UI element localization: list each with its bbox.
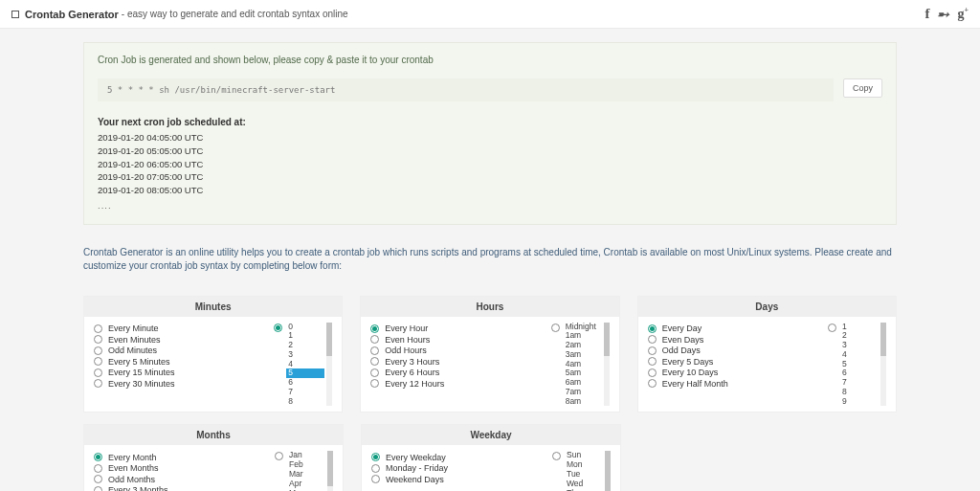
radio-label: Every Month [108,453,157,462]
radio-odd-minutes[interactable]: Odd Minutes [94,346,274,355]
result-message: Cron Job is generated and shown below, p… [98,55,882,65]
facebook-icon[interactable]: f [924,6,929,22]
top-bar: Crontab Generator - easy way to generate… [0,0,980,29]
months-scrollbar[interactable] [327,451,333,491]
months-title: Months [84,425,343,445]
radio-label: Every 12 Hours [385,379,444,389]
radio-odd-days[interactable]: Odd Days [648,346,828,355]
radio-label: Odd Hours [385,346,427,355]
hours-custom-radio[interactable] [551,324,560,332]
radio-label: Every Minute [108,324,159,333]
radio-label: Every Hour [385,324,428,333]
days-list-wrapper: 1 2 3 4 5 6 7 8 9 [840,323,886,407]
radio-label: Odd Months [108,475,155,484]
months-list-wrapper: Jan Feb Mar Apr May Jun [287,451,333,491]
minutes-title: Minutes [84,297,342,317]
months-card: Months Every Month Even Months Odd Month… [83,424,344,491]
radio-label: Every 10 Days [662,368,719,377]
radio-even-months[interactable]: Even Months [94,463,275,473]
twitter-icon[interactable]: ➸ [937,6,949,23]
minutes-list-wrapper: 0 1 2 3 4 5 6 7 8 [286,323,332,407]
radio-every-30-minutes[interactable]: Every 30 Minutes [94,379,274,389]
next-run-item: 2019-01-20 04:05:00 UTC [98,131,882,145]
radio-label: Even Hours [385,335,430,345]
hours-scrollbar[interactable] [604,323,610,407]
selector-row-2: Months Every Month Even Months Odd Month… [83,424,897,491]
radio-label: Every 3 Months [108,485,168,491]
radio-every-minute[interactable]: Every Minute [94,324,274,333]
hours-radio-group: Every Hour Even Hours Odd Hours Every 3 … [370,323,550,407]
radio-every-half-month[interactable]: Every Half Month [648,379,828,389]
minutes-scrollbar[interactable] [326,323,332,407]
radio-label: Every 30 Minutes [108,379,175,389]
radio-label: Every 5 Days [662,357,714,367]
weekday-card: Weekday Every Weekday Monday - Friday We… [361,424,621,491]
radio-every-day[interactable]: Every Day [648,324,828,333]
hours-title: Hours [361,297,618,317]
radio-even-hours[interactable]: Even Hours [370,335,550,345]
list-item[interactable]: 8am [564,397,602,407]
radio-label: Every 3 Hours [385,357,439,367]
list-item[interactable]: 8 [286,397,324,407]
selector-row-1: Minutes Every Minute Even Minutes Odd Mi… [83,296,897,413]
radio-label: Every Weekday [386,453,446,462]
radio-every-5-minutes[interactable]: Every 5 Minutes [94,357,274,367]
radio-label: Weekend Days [386,475,444,484]
page-content: Cron Job is generated and shown below, p… [83,42,897,491]
radio-every-12-hours[interactable]: Every 12 Hours [370,379,550,389]
radio-every-hour[interactable]: Every Hour [370,324,550,333]
hours-card: Hours Every Hour Even Hours Odd Hours Ev… [360,296,619,413]
radio-mon-fri[interactable]: Monday - Friday [371,463,552,473]
radio-label: Even Minutes [108,335,161,345]
radio-every-3-months[interactable]: Every 3 Months [94,485,275,491]
radio-every-10-days[interactable]: Every 10 Days [648,368,828,377]
radio-weekend-days[interactable]: Weekend Days [371,475,552,484]
description-text: Crontab Generator is an online utility h… [83,246,897,273]
days-card: Days Every Day Even Days Odd Days Every … [637,296,897,413]
minutes-radio-group: Every Minute Even Minutes Odd Minutes Ev… [94,323,274,407]
radio-odd-months[interactable]: Odd Months [94,475,275,484]
days-custom-radio[interactable] [828,324,836,332]
days-list[interactable]: 1 2 3 4 5 6 7 8 9 [840,323,879,407]
days-scrollbar[interactable] [880,323,886,407]
days-title: Days [638,297,896,317]
brand-title: Crontab Generator [25,9,119,20]
weekday-custom-radio[interactable] [552,452,561,460]
weekday-list-wrapper: Sun Mon Tue Wed Thu Fri [565,451,611,491]
result-panel: Cron Job is generated and shown below, p… [83,42,897,225]
radio-even-days[interactable]: Even Days [648,335,828,345]
radio-label: Every Half Month [662,379,728,389]
next-run-item: 2019-01-20 07:05:00 UTC [98,170,882,184]
radio-label: Odd Days [662,346,701,355]
radio-label: Every 6 Hours [385,368,439,377]
radio-label: Even Days [662,335,704,345]
radio-odd-hours[interactable]: Odd Hours [370,346,550,355]
radio-every-5-days[interactable]: Every 5 Days [648,357,828,367]
radio-label: Every Day [662,324,702,333]
cron-expression-output[interactable]: 5 * * * * sh /usr/bin/minecraft-server-s… [98,78,834,101]
radio-label: Monday - Friday [386,463,448,473]
weekday-list[interactable]: Sun Mon Tue Wed Thu Fri [565,451,603,491]
radio-every-month[interactable]: Every Month [94,453,275,462]
minutes-list[interactable]: 0 1 2 3 4 5 6 7 8 [286,323,324,407]
radio-every-6-hours[interactable]: Every 6 Hours [370,368,550,377]
radio-even-minutes[interactable]: Even Minutes [94,335,274,345]
radio-label: Every 15 Minutes [108,368,175,377]
weekday-radio-group: Every Weekday Monday - Friday Weekend Da… [371,451,552,491]
brand-icon [11,11,19,18]
cron-output-row: 5 * * * * sh /usr/bin/minecraft-server-s… [98,78,882,101]
copy-button[interactable]: Copy [843,78,882,98]
next-run-list: 2019-01-20 04:05:00 UTC 2019-01-20 05:05… [98,131,882,212]
months-custom-radio[interactable] [275,452,283,460]
radio-every-15-minutes[interactable]: Every 15 Minutes [94,368,274,377]
weekday-scrollbar[interactable] [605,451,611,491]
months-list[interactable]: Jan Feb Mar Apr May Jun [287,451,325,491]
radio-every-3-hours[interactable]: Every 3 Hours [370,357,550,367]
list-item[interactable]: 9 [840,397,879,407]
minutes-custom-radio[interactable] [274,324,282,332]
google-plus-icon[interactable]: g+ [957,6,969,22]
radio-label: Even Months [108,463,159,473]
radio-every-weekday[interactable]: Every Weekday [371,453,552,462]
hours-list[interactable]: Midnight 1am 2am 3am 4am 5am 6am 7am 8am [564,323,602,407]
next-run-label: Your next cron job scheduled at: [98,117,882,127]
